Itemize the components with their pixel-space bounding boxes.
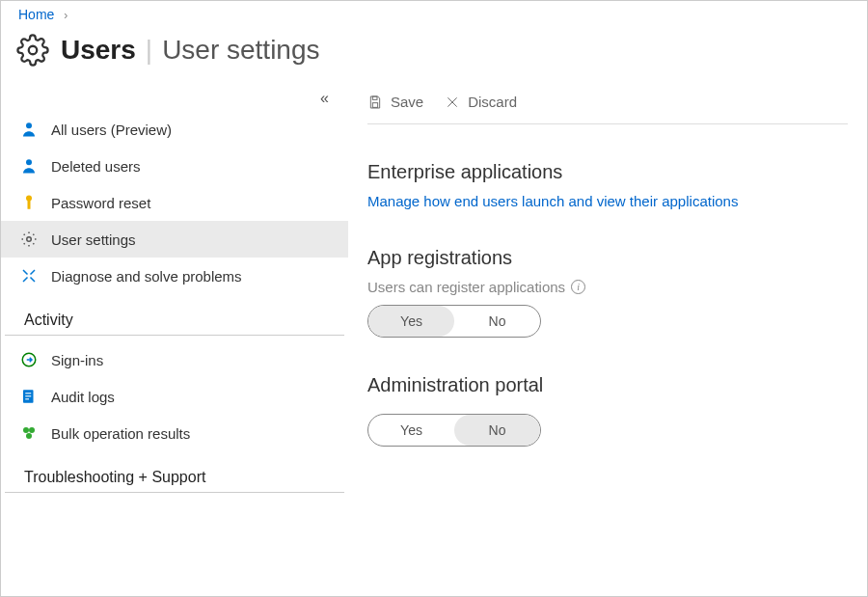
sidebar-item-label: Sign-ins: [51, 352, 103, 368]
sidebar-item-label: Bulk operation results: [51, 425, 190, 442]
svg-point-5: [27, 237, 32, 242]
svg-rect-15: [372, 102, 377, 107]
discard-label: Discard: [468, 94, 517, 110]
troubleshoot-header: Troubleshooting + Support: [5, 451, 344, 493]
svg-point-12: [29, 427, 35, 433]
save-label: Save: [391, 94, 423, 110]
main-content: Save Discard Enterprise applications Man…: [348, 84, 867, 573]
svg-rect-10: [25, 398, 29, 399]
toggle-no[interactable]: No: [454, 415, 540, 446]
log-icon: [20, 388, 38, 405]
section-title: App registrations: [367, 247, 848, 269]
discard-button[interactable]: Discard: [445, 94, 517, 110]
key-icon: [20, 194, 38, 211]
bulk-icon: [20, 424, 38, 442]
svg-point-13: [26, 433, 32, 439]
svg-rect-14: [372, 96, 377, 99]
sidebar-item-audit-logs[interactable]: Audit logs: [1, 378, 348, 415]
sidebar-item-label: All users (Preview): [51, 122, 172, 138]
svg-rect-8: [25, 393, 31, 393]
save-icon: [367, 95, 383, 110]
sidebar-item-label: Password reset: [51, 195, 150, 211]
toggle-yes[interactable]: Yes: [368, 415, 454, 446]
page-title: Users | User settings: [1, 26, 867, 84]
command-bar: Save Discard: [367, 88, 848, 124]
enterprise-apps-link[interactable]: Manage how end users launch and view the…: [367, 193, 738, 209]
svg-rect-9: [25, 395, 31, 396]
sidebar-item-label: Deleted users: [51, 158, 141, 175]
section-app-registrations: App registrations Users can register app…: [367, 247, 848, 338]
breadcrumb-home[interactable]: Home: [18, 7, 54, 22]
section-title: Administration portal: [367, 374, 848, 396]
section-enterprise-apps: Enterprise applications Manage how end u…: [367, 161, 848, 210]
activity-header: Activity: [5, 294, 344, 336]
sidebar-item-label: Audit logs: [51, 389, 115, 405]
title-divider: |: [146, 35, 152, 66]
section-title: Enterprise applications: [367, 161, 848, 183]
tools-icon: [20, 267, 38, 285]
title-sub: User settings: [162, 35, 319, 66]
sidebar-item-bulk-results[interactable]: Bulk operation results: [1, 415, 348, 451]
close-icon: [445, 95, 460, 110]
svg-point-0: [29, 46, 38, 55]
adminportal-toggle[interactable]: Yes No: [367, 414, 541, 447]
info-icon[interactable]: i: [571, 280, 585, 294]
collapse-icon[interactable]: «: [320, 90, 329, 107]
sidebar: « All users (Preview) Deleted users Pass…: [1, 84, 348, 573]
sidebar-item-label: Diagnose and solve problems: [51, 268, 242, 285]
svg-rect-4: [28, 201, 31, 209]
save-button[interactable]: Save: [367, 94, 423, 110]
sidebar-item-all-users[interactable]: All users (Preview): [1, 111, 348, 148]
sidebar-item-diagnose[interactable]: Diagnose and solve problems: [1, 258, 348, 294]
sidebar-item-signins[interactable]: Sign-ins: [1, 341, 348, 378]
appreg-toggle[interactable]: Yes No: [367, 305, 541, 338]
svg-point-11: [23, 427, 29, 433]
user-icon: [20, 157, 38, 175]
title-main: Users: [61, 35, 136, 66]
help-label: Users can register applications i: [367, 279, 848, 295]
signin-icon: [20, 351, 38, 368]
svg-point-3: [26, 196, 32, 202]
toggle-yes[interactable]: Yes: [368, 306, 454, 337]
gear-icon: [16, 34, 49, 67]
section-admin-portal: Administration portal Yes No: [367, 374, 848, 447]
user-icon: [20, 121, 38, 138]
svg-point-1: [26, 122, 32, 128]
toggle-no[interactable]: No: [454, 306, 540, 337]
svg-point-2: [26, 159, 32, 165]
sidebar-item-password-reset[interactable]: Password reset: [1, 184, 348, 221]
sidebar-item-label: User settings: [51, 231, 136, 248]
gear-icon: [20, 231, 38, 248]
sidebar-item-user-settings[interactable]: User settings: [1, 221, 348, 258]
sidebar-item-deleted-users[interactable]: Deleted users: [1, 148, 348, 184]
breadcrumb: Home ›: [1, 1, 867, 26]
chevron-right-icon: ›: [64, 9, 68, 22]
